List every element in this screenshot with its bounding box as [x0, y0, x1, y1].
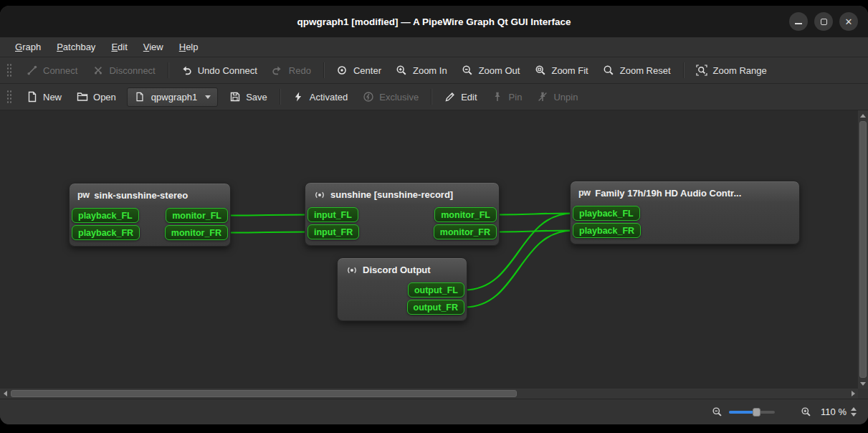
patchbay-selector[interactable]: qpwgraph1 — [127, 87, 218, 107]
zoom-value: 110 % — [821, 406, 846, 417]
center-button[interactable]: Center — [330, 61, 388, 80]
scroll-right-button[interactable] — [848, 389, 858, 399]
node-header: sunshine [sunshine-record] — [307, 186, 497, 205]
node-discord-output[interactable]: Discord Output output_FL output_FR — [337, 257, 467, 321]
close-icon: ✕ — [845, 17, 853, 27]
new-label: New — [43, 92, 62, 103]
minimize-button[interactable] — [789, 12, 808, 31]
zoom-in-label: Zoom In — [413, 65, 447, 76]
menu-edit[interactable]: Edit — [105, 39, 133, 54]
toolbar-drag-handle[interactable] — [6, 89, 12, 105]
redo-icon — [272, 65, 284, 77]
patchbay-file-icon — [134, 91, 146, 103]
connect-icon — [26, 65, 38, 77]
arrow-down-icon — [860, 382, 866, 386]
connection-wire[interactable] — [228, 215, 307, 216]
scrollbar-corner — [858, 389, 868, 399]
zoom-reset-button[interactable]: Zoom Reset — [596, 61, 677, 80]
pin-label: Pin — [509, 92, 523, 103]
port-playback-fr[interactable]: playback_FR — [72, 225, 140, 240]
maximize-icon — [821, 19, 827, 25]
pipewire-icon: pw — [578, 189, 590, 198]
scroll-up-button[interactable] — [858, 110, 868, 120]
activated-toggle[interactable]: Activated — [286, 87, 354, 107]
zoom-slider-track — [729, 411, 775, 414]
port-playback-fr[interactable]: playback_FR — [573, 223, 641, 238]
menu-help[interactable]: Help — [173, 39, 205, 54]
pipewire-icon: pw — [77, 191, 89, 200]
menu-patchbay[interactable]: Patchbay — [50, 39, 102, 54]
speaker-icon — [313, 189, 325, 201]
node-sunshine-record[interactable]: sunshine [sunshine-record] input_FL moni… — [305, 182, 500, 246]
scroll-left-button[interactable] — [0, 389, 10, 399]
zoom-out-button[interactable]: Zoom Out — [455, 61, 527, 80]
zoom-out-small-button[interactable] — [711, 406, 722, 418]
port-playback-fl[interactable]: playback_FL — [72, 208, 139, 223]
center-icon — [336, 65, 348, 77]
menu-view[interactable]: View — [137, 39, 170, 54]
graph-canvas[interactable]: pw sink-sunshine-stereo playback_FL moni… — [0, 110, 858, 389]
node-header: pw sink-sunshine-stereo — [72, 187, 228, 206]
speaker-icon — [345, 264, 358, 276]
port-playback-fl[interactable]: playback_FL — [573, 206, 640, 221]
spin-up-button[interactable] — [851, 407, 857, 411]
open-button[interactable]: Open — [70, 87, 123, 107]
pin-icon — [492, 91, 504, 103]
connect-label: Connect — [43, 65, 77, 76]
port-monitor-fr[interactable]: monitor_FR — [434, 224, 497, 239]
port-input-fr[interactable]: input_FR — [307, 224, 359, 239]
port-input-fl[interactable]: input_FL — [307, 207, 358, 222]
toolbar-separator — [168, 62, 168, 78]
edit-pencil-icon — [444, 91, 456, 103]
zoom-fit-button[interactable]: Zoom Fit — [528, 61, 594, 80]
menu-graph[interactable]: Graph — [9, 39, 47, 54]
zoom-slider-handle[interactable] — [753, 408, 760, 417]
lightning-icon — [292, 91, 305, 103]
scroll-down-button[interactable] — [858, 379, 868, 389]
undo-connect-button[interactable]: Undo Connect — [174, 61, 264, 80]
titlebar[interactable]: qpwgraph1 [modified] — A PipeWire Graph … — [0, 6, 868, 37]
zoom-out-label: Zoom Out — [479, 65, 520, 76]
port-monitor-fr[interactable]: monitor_FR — [165, 225, 228, 240]
zoom-in-button[interactable]: Zoom In — [389, 61, 454, 80]
port-output-fr[interactable]: output_FR — [407, 300, 464, 315]
save-button[interactable]: Save — [222, 87, 274, 107]
connection-wire[interactable] — [228, 232, 307, 233]
port-row: playback_FR — [573, 223, 797, 238]
node-sink-sunshine-stereo[interactable]: pw sink-sunshine-stereo playback_FL moni… — [69, 183, 231, 247]
vertical-scrollbar-handle[interactable] — [859, 121, 867, 378]
zoom-reset-icon — [603, 65, 615, 77]
port-monitor-fl[interactable]: monitor_FL — [166, 208, 228, 223]
port-monitor-fl[interactable]: monitor_FL — [434, 207, 497, 222]
node-family-hd-audio[interactable]: pw Family 17h/19h HD Audio Contr... play… — [570, 181, 800, 244]
zoom-fit-icon — [534, 65, 546, 77]
toolbar-separator — [323, 62, 324, 78]
zoom-in-small-button[interactable] — [800, 406, 811, 418]
zoom-range-icon — [696, 65, 708, 77]
port-row: playback_FL — [573, 206, 797, 221]
connect-button: Connect — [19, 61, 84, 80]
node-title: Family 17h/19h HD Audio Contr... — [595, 188, 741, 199]
horizontal-scrollbar-handle[interactable] — [11, 390, 517, 397]
zoom-spinbox[interactable]: 110 % — [821, 406, 857, 417]
arrow-up-icon — [860, 114, 866, 118]
spin-down-button[interactable] — [851, 413, 857, 417]
open-folder-icon — [76, 91, 88, 103]
close-button[interactable]: ✕ — [839, 12, 858, 31]
port-output-fl[interactable]: output_FL — [408, 282, 464, 298]
zoom-out-icon — [462, 65, 474, 77]
zoom-range-button[interactable]: Zoom Range — [690, 61, 773, 80]
zoom-reset-label: Zoom Reset — [620, 65, 671, 76]
vertical-scrollbar[interactable] — [858, 110, 868, 389]
maximize-button[interactable] — [814, 12, 833, 31]
edit-button[interactable]: Edit — [437, 87, 483, 107]
zoom-slider[interactable] — [729, 406, 775, 418]
redo-button: Redo — [265, 61, 318, 80]
undo-label: Undo Connect — [198, 65, 257, 76]
toolbar-drag-handle[interactable] — [6, 62, 12, 78]
new-button[interactable]: New — [19, 87, 68, 107]
exclusive-label: Exclusive — [379, 92, 419, 103]
port-row: input_FL monitor_FL — [307, 207, 497, 222]
horizontal-scrollbar[interactable] — [0, 389, 858, 399]
activated-label: Activated — [310, 92, 348, 103]
